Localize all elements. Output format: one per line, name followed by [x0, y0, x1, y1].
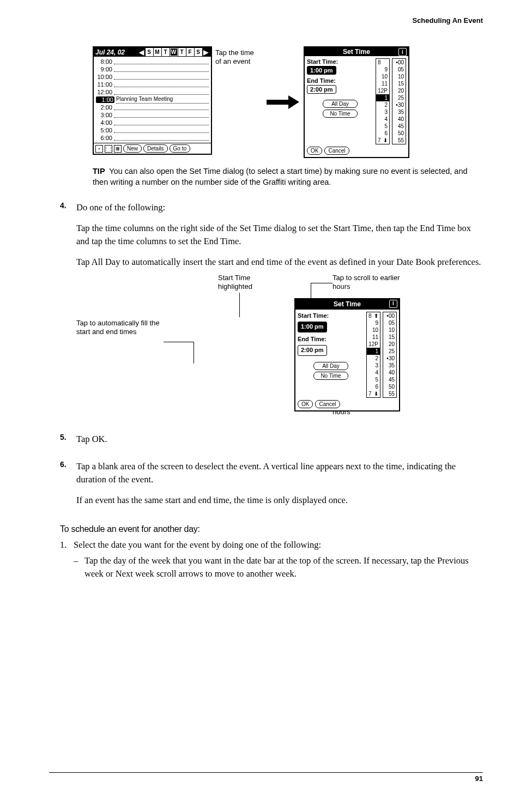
next-week-icon[interactable]: ▶ [203, 49, 209, 56]
no-time-button[interactable]: No Time [323, 110, 358, 118]
callout-scroll-earlier: Tap to scroll to earlier hours [332, 274, 403, 292]
datebook-body: 8:00 9:00 10:00 11:00 12:00 1:00Planning… [94, 57, 211, 143]
day-t[interactable]: T [162, 48, 170, 56]
figure-2: Start Time highlighted Tap to scroll to … [76, 276, 483, 418]
time-row[interactable]: 10:00 [96, 73, 209, 81]
view-day-icon[interactable]: • [95, 145, 103, 153]
day-w[interactable]: W [170, 48, 178, 56]
hour-column[interactable]: 8 9 10 11 12P 1 2 3 4 5 6 7⬇ [376, 58, 390, 144]
view-month-icon[interactable]: ▦ [114, 145, 122, 153]
datebook-footer: • ⋮⋮ ▦ New Details Go to [94, 143, 211, 154]
day-selector[interactable]: ◀ S M T W T F S ▶ [138, 48, 209, 56]
event-text: Planning Team Meeting [116, 96, 209, 104]
start-time-label: Start Time: [298, 312, 364, 320]
scroll-down-icon: ⬇ [383, 137, 388, 144]
details-button[interactable]: Details [143, 144, 168, 153]
time-row[interactable]: 8:00 [96, 58, 209, 65]
end-time-box[interactable]: 2:00 pm [307, 85, 336, 94]
goto-button[interactable]: Go to [170, 144, 190, 153]
callout-auto-fill: Tap to automatically fill the start and … [76, 319, 164, 337]
minute-column[interactable]: •00 05 10 15 20 25 •30 35 40 45 50 [383, 312, 397, 398]
step-5: 5. Tap OK. [60, 433, 483, 453]
set-time-dialog-2: Set Time i Start Time: 1:00 pm End Time:… [294, 298, 400, 411]
ok-button[interactable]: OK [298, 400, 313, 408]
page-footer: 91 [49, 772, 483, 783]
day-t2[interactable]: T [178, 48, 186, 56]
end-time-label: End Time: [307, 77, 373, 84]
start-time-box[interactable]: 1:00 pm [307, 66, 336, 75]
info-icon[interactable]: i [398, 48, 407, 56]
tip-block: TIP You can also open the Set Time dialo… [93, 166, 483, 187]
tip-label: TIP [93, 167, 105, 175]
svg-marker-0 [267, 95, 299, 109]
scroll-up-icon: ⬆ [374, 312, 378, 319]
date-label: Jul 24, 02 [95, 49, 125, 56]
annotation-tap-time: Tap the time of an event [215, 46, 259, 66]
datebook-screen: Jul 24, 02 ◀ S M T W T F S ▶ 8:00 9:00 1… [93, 46, 212, 155]
minute-column[interactable]: •00 05 10 15 20 25 •30 35 40 45 50 55 [392, 58, 406, 144]
view-week-icon[interactable]: ⋮⋮ [105, 145, 112, 153]
subhead: To schedule an event for another day: [60, 524, 483, 534]
time-row[interactable]: 3:00 [96, 111, 209, 119]
all-day-button[interactable]: All Day [313, 362, 348, 370]
running-head: Scheduling An Event [60, 16, 483, 25]
cancel-button[interactable]: Cancel [315, 400, 340, 408]
time-row-selected[interactable]: 1:00Planning Team Meeting [96, 96, 209, 104]
set-time-header: Set Time i [295, 299, 399, 310]
datebook-header: Jul 24, 02 ◀ S M T W T F S ▶ [94, 47, 211, 57]
scroll-down-icon: ⬇ [374, 390, 378, 397]
time-row[interactable]: 2:00 [96, 104, 209, 111]
info-icon[interactable]: i [389, 300, 397, 308]
all-day-button[interactable]: All Day [323, 100, 358, 108]
arrow-icon [267, 95, 299, 109]
time-row[interactable]: 11:00 [96, 81, 209, 88]
step-4: 4. Do one of the following: Tap the time… [60, 201, 483, 426]
end-time-label: End Time: [298, 335, 364, 344]
start-time-box[interactable]: 1:00 pm [298, 322, 327, 332]
callout-start-highlight: Start Time highlighted [218, 274, 278, 292]
tip-text: You can also open the Set Time dialog (t… [93, 167, 468, 186]
day-f[interactable]: F [186, 48, 194, 56]
hour-column[interactable]: 8⬆ 9 10 11 12P 1 2 3 4 5 6 [366, 312, 380, 398]
day-m[interactable]: M [154, 48, 161, 56]
start-time-label: Start Time: [307, 58, 373, 65]
end-time-box[interactable]: 2:00 pm [298, 345, 327, 356]
time-row[interactable]: 6:00 [96, 134, 209, 142]
time-row[interactable]: 12:00 [96, 88, 209, 96]
set-time-header: Set Time i [305, 47, 408, 56]
set-time-dialog: Set Time i Start Time: 1:00 pm End Time:… [304, 46, 409, 158]
cancel-button[interactable]: Cancel [324, 147, 349, 155]
time-row[interactable]: 4:00 [96, 119, 209, 126]
step-6: 6. Tap a blank area of the screen to des… [60, 460, 483, 514]
sub-list: 1. Select the date you want for the even… [60, 538, 483, 581]
ok-button[interactable]: OK [307, 147, 322, 155]
prev-week-icon[interactable]: ◀ [138, 49, 145, 56]
page-number: 91 [475, 774, 483, 783]
time-row[interactable]: 9:00 [96, 65, 209, 73]
figure-1: Jul 24, 02 ◀ S M T W T F S ▶ 8:00 9:00 1… [93, 46, 483, 158]
day-s2[interactable]: S [195, 48, 202, 56]
day-s[interactable]: S [146, 48, 153, 56]
time-row[interactable]: 5:00 [96, 126, 209, 134]
new-button[interactable]: New [123, 144, 142, 153]
no-time-button[interactable]: No Time [313, 372, 348, 380]
